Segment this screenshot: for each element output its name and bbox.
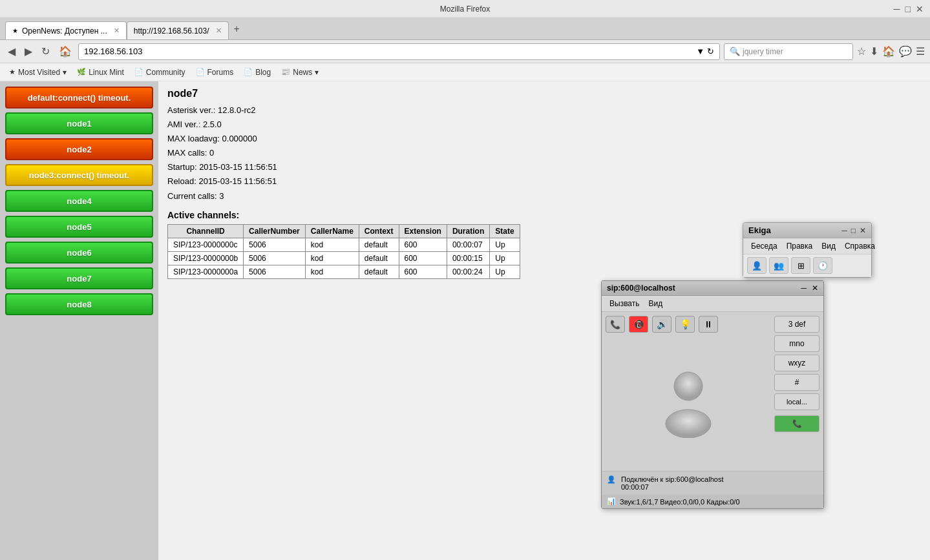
forward-button[interactable]: ▶ (22, 44, 35, 59)
dial-3def[interactable]: 3 def (774, 316, 819, 333)
window-controls[interactable]: ─ □ ✕ (894, 4, 924, 14)
cell-0-3: default (359, 238, 399, 251)
minimize-btn[interactable]: ─ (894, 4, 900, 14)
call-phone-btn[interactable]: 📞 (606, 316, 625, 333)
audio-info-text: Звук:1,6/1,7 Видео:0,0/0,0 Кадры:0/0 (620, 498, 740, 506)
node6-btn[interactable]: node6 (5, 242, 153, 264)
node1-btn[interactable]: node1 (5, 112, 153, 134)
bookmark-linux-mint-label: Linux Mint (89, 68, 124, 77)
bookmarks-bar: ★ Most Visited ▾ 🌿 Linux Mint 📄 Communit… (0, 63, 930, 81)
ekiga-menu-beseda[interactable]: Беседа (747, 240, 781, 252)
dial-mno[interactable]: mno (774, 335, 819, 352)
url-dropdown-icon[interactable]: ▼ (696, 47, 704, 56)
bookmark-news[interactable]: 📰 News ▾ (277, 67, 322, 78)
cell-1-3: default (359, 251, 399, 265)
pause-btn[interactable]: ⏸ (699, 316, 718, 333)
node7-btn[interactable]: node7 (5, 267, 153, 289)
reload-button[interactable]: ↻ (39, 44, 52, 59)
close-btn[interactable]: ✕ (916, 4, 924, 14)
home-button[interactable]: 🏠 (56, 44, 74, 59)
menu-icon[interactable]: ☰ (916, 45, 925, 57)
search-box[interactable]: 🔍 jquery timer (724, 43, 853, 60)
sip-title: sip:600@localhost (607, 284, 675, 293)
maximize-btn[interactable]: □ (905, 4, 911, 14)
cell-0-5: 00:00:07 (447, 238, 489, 251)
table-row: SIP/123-0000000b5006koddefault60000:00:1… (168, 251, 520, 265)
video-btn[interactable]: 💡 (675, 316, 695, 333)
col-caller-number: CallerNumber (244, 224, 306, 238)
cell-2-3: default (359, 265, 399, 278)
ekiga-close-btn[interactable]: ✕ (860, 226, 866, 235)
ekiga-menu-pravka[interactable]: Правка (783, 240, 817, 252)
cell-0-2: kod (305, 238, 359, 251)
node5-btn[interactable]: node5 (5, 216, 153, 238)
bookmark-most-visited[interactable]: ★ Most Visited ▾ (5, 67, 70, 78)
bookmark-community[interactable]: 📄 Community (131, 67, 189, 78)
cell-1-4: 600 (399, 251, 447, 265)
cell-1-5: 00:00:15 (447, 251, 489, 265)
search-text: jquery timer (743, 47, 783, 56)
tab-close-1[interactable]: ✕ (216, 26, 222, 35)
ekiga-menu-vid[interactable]: Вид (818, 240, 840, 252)
ekiga-tool-group[interactable]: 👥 (769, 257, 788, 274)
bookmark-forums-label: Forums (207, 68, 234, 77)
ekiga-menu-spravka[interactable]: Справка (841, 240, 879, 252)
reload: Reload: 2015-03-15 11:56:51 (167, 174, 921, 189)
node-default-btn[interactable]: default:connect() timeout. (5, 87, 153, 109)
tab-close-0[interactable]: ✕ (114, 26, 120, 35)
toolbar-icons: ☆ ⬇ 🏠 💬 ☰ (857, 45, 925, 57)
bookmark-forums[interactable]: 📄 Forums (192, 67, 238, 78)
cell-1-6: Up (490, 251, 520, 265)
sip-minimize-btn[interactable]: ─ (801, 284, 807, 293)
chat-icon[interactable]: 💬 (899, 45, 912, 57)
status-icon: 👤 (607, 475, 616, 484)
download-icon[interactable]: ⬇ (870, 45, 878, 57)
sip-call-btn[interactable]: 📞 (774, 415, 819, 432)
col-context: Context (359, 224, 399, 238)
ekiga-title-buttons[interactable]: ─ □ ✕ (841, 226, 866, 235)
node2-btn[interactable]: node2 (5, 138, 153, 160)
node8-btn[interactable]: node8 (5, 293, 153, 315)
sip-title-buttons[interactable]: ─ ✕ (801, 284, 818, 293)
tab-0[interactable]: ★ OpenNews: Доступен ... ✕ (5, 21, 127, 39)
dial-wxyz[interactable]: wxyz (774, 355, 819, 371)
back-button[interactable]: ◀ (5, 44, 18, 59)
bookmark-most-visited-label: Most Visited (18, 68, 60, 77)
volume-btn[interactable]: 🔊 (652, 316, 671, 333)
url-box[interactable]: 192.168.56.103 ▼ ↻ (78, 43, 720, 60)
new-tab-button[interactable]: + (229, 21, 245, 37)
table-row: SIP/123-0000000a5006koddefault60000:00:2… (168, 265, 520, 278)
call-controls: 📞 📵 🔊 💡 ⏸ (606, 316, 770, 333)
sip-left: 📞 📵 🔊 💡 ⏸ (606, 316, 770, 467)
tab-1[interactable]: http://192.168.56.103/ ✕ (127, 21, 229, 39)
ekiga-titlebar: Ekiga ─ □ ✕ (743, 223, 871, 238)
home-icon[interactable]: 🏠 (882, 45, 895, 57)
ekiga-minimize-btn[interactable]: ─ (841, 226, 847, 235)
sip-menu-call[interactable]: Вызвать (607, 298, 642, 309)
bookmark-star-icon[interactable]: ☆ (857, 45, 866, 57)
asterisk-ver: Asterisk ver.: 12.8.0-rc2 (167, 103, 921, 118)
svg-point-0 (674, 372, 703, 400)
dial-hash[interactable]: # (774, 374, 819, 391)
ekiga-tool-person[interactable]: 👤 (747, 257, 766, 274)
ekiga-tool-history[interactable]: 🕐 (813, 257, 832, 274)
local-label[interactable]: local... (774, 393, 819, 410)
reload-icon[interactable]: ↻ (707, 47, 714, 56)
col-caller-name: CallerName (305, 224, 359, 238)
cell-2-4: 600 (399, 265, 447, 278)
node4-btn[interactable]: node4 (5, 190, 153, 212)
col-extension: Extension (399, 224, 447, 238)
col-duration: Duration (447, 224, 489, 238)
node3-btn[interactable]: node3:connect() timeout. (5, 164, 153, 186)
sidebar: default:connect() timeout. node1 node2 n… (0, 81, 158, 560)
ekiga-tool-grid[interactable]: ⊞ (791, 257, 810, 274)
bookmark-blog[interactable]: 📄 Blog (240, 67, 275, 78)
tab-label-1: http://192.168.56.103/ (134, 26, 209, 36)
cell-0-1: 5006 (244, 238, 306, 251)
hangup-btn[interactable]: 📵 (629, 316, 648, 333)
sip-menu-view[interactable]: Вид (646, 298, 666, 309)
bookmark-linux-mint[interactable]: 🌿 Linux Mint (73, 67, 128, 78)
ekiga-maximize-btn[interactable]: □ (851, 226, 856, 235)
sip-close-btn[interactable]: ✕ (812, 284, 818, 293)
news-arrow-icon: ▾ (315, 68, 319, 77)
